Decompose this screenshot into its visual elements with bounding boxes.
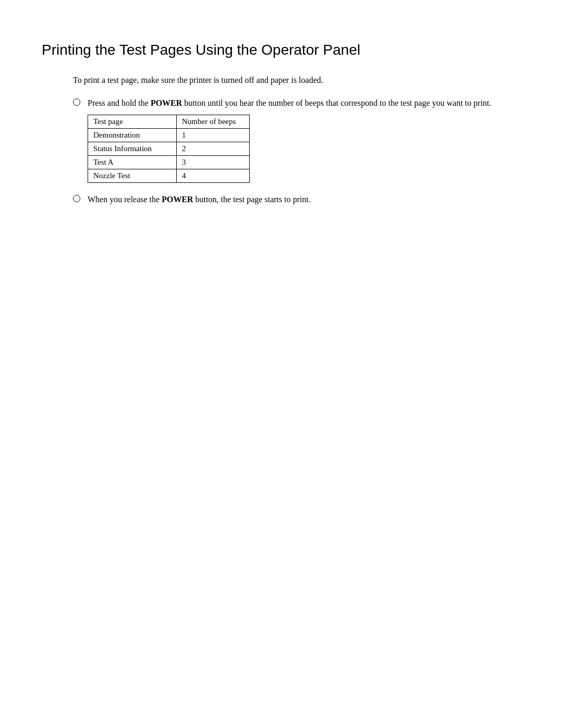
bullet-content-2: When you release the POWER button, the t… — [88, 193, 511, 211]
table-cell-name: Status Information — [88, 142, 177, 156]
page-title: Printing the Test Pages Using the Operat… — [42, 42, 511, 58]
bullet-text-1: Press and hold the POWER button until yo… — [88, 97, 511, 109]
bullet-content-1: Press and hold the POWER button until yo… — [88, 97, 511, 183]
bullet-text-2: When you release the POWER button, the t… — [88, 193, 511, 206]
bullet-circle-icon — [73, 195, 80, 202]
list-item: Press and hold the POWER button until yo… — [73, 97, 511, 183]
table-cell-name: Demonstration — [88, 129, 177, 142]
test-page-table: Test page Number of beeps Demonstration … — [88, 115, 250, 183]
table-cell-beeps: 2 — [177, 142, 250, 156]
table-row: Nozzle Test 4 — [88, 169, 250, 183]
table-row: Test A 3 — [88, 156, 250, 169]
power-bold-1: POWER — [151, 98, 182, 107]
table-row: Demonstration 1 — [88, 129, 250, 142]
bullet-circle-icon — [73, 98, 80, 106]
table-cell-beeps: 3 — [177, 156, 250, 169]
table-cell-name: Test A — [88, 156, 177, 169]
bullet-list: Press and hold the POWER button until yo… — [73, 97, 511, 211]
power-bold-2: POWER — [162, 195, 193, 204]
table-header-test-page: Test page — [88, 115, 177, 129]
table-row: Status Information 2 — [88, 142, 250, 156]
intro-paragraph: To print a test page, make sure the prin… — [73, 74, 511, 87]
table-header-number-of-beeps: Number of beeps — [177, 115, 250, 129]
table-header-row: Test page Number of beeps — [88, 115, 250, 129]
table-cell-beeps: 1 — [177, 129, 250, 142]
table-cell-name: Nozzle Test — [88, 169, 177, 183]
table-cell-beeps: 4 — [177, 169, 250, 183]
list-item: When you release the POWER button, the t… — [73, 193, 511, 211]
